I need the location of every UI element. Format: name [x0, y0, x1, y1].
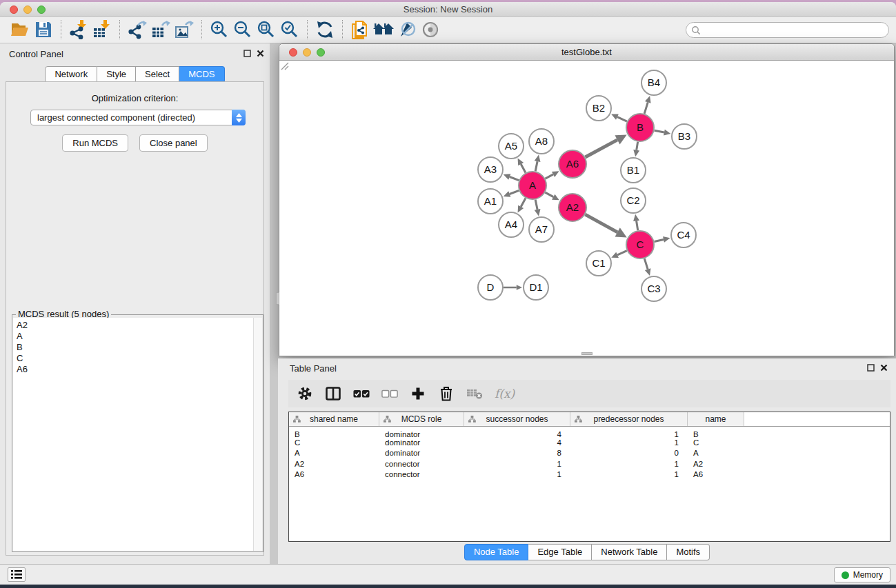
table-cell[interactable]: 0	[570, 448, 688, 459]
graph-edge-C-C3[interactable]	[644, 258, 648, 270]
column-header-successor-nodes[interactable]: successor nodes	[464, 412, 570, 426]
table-cell[interactable]: A6	[289, 469, 379, 480]
table-cell[interactable]: A2	[289, 459, 379, 470]
list-scrollbar[interactable]	[253, 318, 262, 551]
tab-select[interactable]: Select	[136, 66, 179, 83]
home-view-icon[interactable]	[372, 19, 395, 41]
table-row[interactable]: Adominator80A	[289, 448, 890, 459]
mcds-result-item[interactable]: A6	[17, 364, 253, 375]
export-table-icon[interactable]	[149, 19, 172, 41]
tab-node-table[interactable]: Node Table	[464, 544, 529, 560]
table-cell[interactable]: dominator	[379, 448, 464, 459]
table-cell[interactable]: B	[289, 429, 379, 438]
task-history-button[interactable]	[8, 567, 26, 582]
column-header-name[interactable]: name	[688, 412, 744, 426]
tab-network[interactable]: Network	[45, 66, 97, 83]
graph-edge-C-C1[interactable]	[617, 251, 627, 255]
graph-edge-A2-C[interactable]	[585, 214, 617, 232]
table-cell[interactable]: 1	[570, 469, 688, 480]
table-cell[interactable]: B	[688, 429, 744, 438]
select-all-icon[interactable]	[353, 385, 370, 402]
refresh-layout-icon[interactable]	[313, 19, 337, 41]
graph-edge-A-A2[interactable]	[545, 192, 553, 197]
table-cell[interactable]: 1	[570, 459, 688, 470]
table-cell[interactable]: 1	[464, 469, 570, 480]
table-row[interactable]: Cdominator41C	[289, 438, 890, 449]
graph-edge-C-C4[interactable]	[654, 239, 664, 241]
graph-edge-A-A6[interactable]	[546, 174, 554, 179]
resize-grip-icon[interactable]	[279, 61, 289, 70]
float-table-panel-icon[interactable]	[867, 364, 875, 372]
network-canvas[interactable]: B4B2BB3A8A5A6A3B1AA1C2A2A4A7C4CC1DD1C3	[279, 61, 894, 356]
graph-edge-A-A1[interactable]	[510, 190, 519, 194]
canvas-hscroll-thumb[interactable]	[581, 352, 593, 355]
column-header-predecessor-nodes[interactable]: predecessor nodes	[570, 412, 688, 426]
table-cell[interactable]: C	[289, 438, 379, 449]
table-cell[interactable]: A6	[688, 469, 744, 480]
close-table-panel-icon[interactable]	[880, 364, 888, 372]
new-network-document-icon[interactable]	[348, 19, 372, 41]
table-cell[interactable]: 1	[570, 429, 688, 438]
graph-edge-A-A5[interactable]	[521, 164, 526, 172]
table-cell[interactable]: 1	[570, 438, 688, 449]
show-column-icon[interactable]	[325, 385, 341, 402]
table-cell[interactable]: 4	[464, 429, 570, 438]
export-image-icon[interactable]	[172, 19, 196, 41]
mcds-result-item[interactable]: C	[17, 353, 253, 364]
graph-edge-A-A4[interactable]	[521, 198, 526, 206]
function-builder-icon[interactable]: f(x)	[495, 385, 515, 402]
close-panel-icon[interactable]	[257, 50, 264, 57]
graph-edge-B-B2[interactable]	[617, 117, 627, 122]
tab-edge-table[interactable]: Edge Table	[528, 544, 592, 560]
mcds-result-item[interactable]: B	[17, 342, 253, 353]
tab-mcds[interactable]: MCDS	[179, 66, 224, 83]
save-session-icon[interactable]	[32, 19, 55, 41]
column-header-MCDS-role[interactable]: MCDS role	[379, 412, 464, 426]
run-mcds-button[interactable]: Run MCDS	[62, 134, 128, 152]
search-input[interactable]	[701, 24, 888, 37]
import-network-icon[interactable]	[67, 19, 90, 41]
close-panel-button[interactable]: Close panel	[139, 134, 208, 152]
deselect-all-icon[interactable]	[381, 385, 398, 402]
graph-edge-A-A7[interactable]	[535, 200, 537, 210]
memory-button[interactable]: Memory	[834, 567, 890, 582]
zoom-selected-icon[interactable]	[278, 19, 301, 41]
table-options-icon[interactable]	[297, 385, 313, 402]
delete-column-icon[interactable]	[438, 385, 455, 402]
mcds-result-item[interactable]: A	[17, 331, 253, 342]
export-network-icon[interactable]	[126, 19, 149, 41]
open-session-icon[interactable]	[8, 19, 32, 41]
tab-motifs[interactable]: Motifs	[667, 544, 710, 560]
import-table-icon[interactable]	[90, 19, 114, 41]
column-header-shared-name[interactable]: shared name	[289, 412, 379, 426]
table-cell[interactable]: connector	[379, 469, 464, 480]
zoom-out-icon[interactable]	[231, 19, 255, 41]
table-cell[interactable]: 4	[464, 438, 570, 449]
graph-edge-C-C2[interactable]	[637, 221, 638, 230]
graph-edge-B-B4[interactable]	[644, 102, 648, 114]
zoom-fit-icon[interactable]	[255, 19, 278, 41]
birds-eye-view-icon[interactable]	[419, 19, 442, 41]
table-cell[interactable]: 1	[464, 459, 570, 470]
delete-table-icon[interactable]	[466, 385, 483, 402]
hide-graphics-details-icon[interactable]	[395, 19, 419, 41]
search-field[interactable]	[686, 22, 889, 38]
table-row[interactable]: A2connector11A2	[289, 459, 890, 470]
table-cell[interactable]: C	[688, 438, 744, 449]
table-cell[interactable]: dominator	[379, 438, 464, 449]
float-panel-icon[interactable]	[243, 50, 251, 57]
graph-edge-A-A3[interactable]	[510, 176, 519, 180]
canvas-vscroll-thumb[interactable]	[276, 292, 279, 305]
mcds-result-item[interactable]: A2	[17, 320, 253, 331]
graph-edge-A-A8[interactable]	[535, 161, 537, 171]
graph-edge-B-B1[interactable]	[637, 142, 638, 150]
table-row[interactable]: Bdominator41B	[289, 427, 890, 438]
tab-network-table[interactable]: Network Table	[592, 544, 667, 560]
optimization-criterion-select[interactable]: largest connected component (directed)	[30, 110, 246, 125]
graph-edge-B-B3[interactable]	[655, 130, 664, 132]
graph-edge-A6-B[interactable]	[585, 140, 617, 157]
table-cell[interactable]: 8	[464, 448, 570, 459]
tab-style[interactable]: Style	[97, 66, 136, 83]
table-cell[interactable]: A	[688, 448, 744, 459]
zoom-in-icon[interactable]	[208, 19, 231, 41]
